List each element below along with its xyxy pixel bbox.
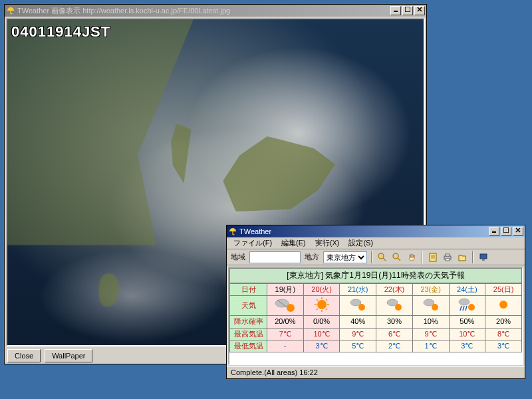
- svg-point-6: [393, 253, 398, 259]
- low-cell: 1℃: [412, 340, 449, 352]
- toolbar: 地域 関東・甲信 地方 東京地方: [227, 249, 525, 265]
- maximize-button[interactable]: [402, 6, 413, 15]
- weather-icon-cell: [412, 296, 449, 316]
- svg-rect-2: [492, 231, 496, 233]
- date-cell: 21(水): [340, 284, 376, 296]
- svg-point-15: [317, 300, 327, 309]
- table-row-low: 最低気温 - 3℃ 5℃ 2℃ 1℃ 3℃ 3℃: [230, 340, 522, 352]
- search-yellow-icon[interactable]: [376, 251, 388, 263]
- area-select[interactable]: 東京地方: [323, 251, 367, 263]
- precip-cell: 10%: [412, 316, 449, 328]
- weather-icon-cell: [376, 296, 413, 316]
- minimize-button[interactable]: [489, 227, 499, 236]
- svg-rect-7: [430, 253, 436, 261]
- separator: [472, 251, 473, 263]
- separator: [422, 251, 423, 263]
- table-row-date: 日付 19(月) 20(火) 21(水) 22(木) 23(金) 24(土) 2…: [230, 284, 522, 296]
- low-cell: 3℃: [485, 340, 522, 352]
- weather-icon-cell: [485, 296, 522, 316]
- weather-icon-cell: [449, 296, 485, 316]
- cloud-sun-icon: [421, 296, 441, 315]
- print-icon[interactable]: [442, 251, 454, 263]
- high-cell: 8℃: [485, 328, 522, 340]
- high-cell: 10℃: [449, 328, 485, 340]
- svg-rect-9: [446, 254, 450, 256]
- svg-point-21: [432, 304, 438, 311]
- precip-cell: 50%: [449, 316, 485, 328]
- close-button[interactable]: [513, 227, 523, 236]
- precip-cell: 30%: [376, 316, 413, 328]
- folder-icon[interactable]: [456, 251, 468, 263]
- forecast-window-titlebar[interactable]: TWeather: [227, 225, 525, 237]
- cloud-rain-icon: [457, 296, 477, 315]
- sun-icon: [493, 296, 513, 315]
- svg-rect-3: [503, 227, 509, 233]
- minimize-button[interactable]: [390, 6, 401, 15]
- table-row-weather: 天気: [230, 296, 522, 316]
- forecast-table: 日付 19(月) 20(火) 21(水) 22(木) 23(金) 24(土) 2…: [229, 283, 522, 352]
- forecast-window[interactable]: TWeather ファイル(F) 編集(E) 実行(X) 設定(S) 地域 関東…: [226, 225, 525, 379]
- svg-point-22: [459, 299, 469, 305]
- svg-point-14: [287, 304, 295, 312]
- svg-rect-11: [480, 254, 487, 259]
- region-select[interactable]: 関東・甲信: [249, 251, 301, 263]
- precip-cell: 40%: [340, 316, 376, 328]
- satellite-timestamp: 04011914JST: [11, 23, 110, 41]
- notebook-icon[interactable]: [427, 251, 439, 263]
- forecast-title: [東京地方] 気象庁1月19日(月)11時発表の天気予報: [229, 268, 522, 283]
- svg-point-17: [358, 304, 365, 311]
- forecast-window-title: TWeather: [239, 227, 487, 235]
- weather-icon-cell: [340, 296, 376, 316]
- date-cell: 24(土): [449, 284, 485, 296]
- menu-run[interactable]: 実行(X): [311, 237, 344, 249]
- date-cell: 19(月): [267, 284, 304, 296]
- close-image-button[interactable]: Close: [7, 349, 41, 362]
- high-cell: 10℃: [303, 328, 340, 340]
- low-cell: 3℃: [449, 340, 485, 352]
- forecast-area: [東京地方] 気象庁1月19日(月)11時発表の天気予報 日付 19(月) 20…: [228, 267, 523, 365]
- svg-point-24: [499, 301, 507, 309]
- hand-icon[interactable]: [406, 251, 418, 263]
- menu-file[interactable]: ファイル(F): [229, 237, 276, 249]
- date-cell: 23(金): [412, 284, 449, 296]
- separator: [371, 251, 372, 263]
- menu-edit[interactable]: 編集(E): [277, 237, 310, 249]
- high-cell: 9℃: [412, 328, 449, 340]
- menu-settings[interactable]: 設定(S): [344, 237, 377, 249]
- maximize-button[interactable]: [501, 227, 511, 236]
- date-cell: 25(日): [485, 284, 522, 296]
- weather-icon-cell: [303, 296, 340, 316]
- low-cell: 2℃: [376, 340, 413, 352]
- image-window-titlebar[interactable]: TWeather 画像表示 http://weather.is.kochi-u.…: [5, 5, 426, 17]
- umbrella-icon: [6, 6, 15, 15]
- low-cell: 3℃: [303, 340, 340, 352]
- umbrella-icon: [228, 227, 237, 236]
- row-label-precip: 降水確率: [230, 316, 267, 328]
- high-cell: 9℃: [340, 328, 376, 340]
- sun-icon: [312, 296, 332, 315]
- close-button[interactable]: [414, 6, 425, 15]
- high-cell: 7℃: [267, 328, 304, 340]
- date-cell: 20(火): [303, 284, 340, 296]
- svg-point-23: [468, 304, 475, 311]
- cloud-sun-icon: [348, 296, 368, 315]
- wallpaper-button[interactable]: WallPaper: [45, 349, 92, 362]
- low-cell: 5℃: [340, 340, 376, 352]
- search-icon[interactable]: [391, 251, 403, 263]
- svg-rect-12: [482, 259, 485, 261]
- table-row-high: 最高気温 7℃ 10℃ 9℃ 6℃ 9℃ 10℃ 8℃: [230, 328, 522, 340]
- low-cell: -: [267, 340, 304, 352]
- precip-cell: 20%: [485, 316, 522, 328]
- date-cell: 22(木): [376, 284, 413, 296]
- image-window-title: TWeather 画像表示 http://weather.is.kochi-u.…: [17, 6, 389, 16]
- row-label-high: 最高気温: [230, 328, 267, 340]
- high-cell: 6℃: [376, 328, 413, 340]
- row-label-low: 最低気温: [230, 340, 267, 352]
- table-row-precip: 降水確率 20/0% 0/0% 40% 30% 10% 50% 20%: [230, 316, 522, 328]
- svg-point-5: [380, 255, 382, 257]
- svg-point-19: [395, 304, 402, 311]
- precip-cell: 20/0%: [267, 316, 304, 328]
- menubar: ファイル(F) 編集(E) 実行(X) 設定(S): [227, 237, 525, 249]
- weather-icon-cell: [267, 296, 304, 316]
- display-icon[interactable]: [477, 251, 489, 263]
